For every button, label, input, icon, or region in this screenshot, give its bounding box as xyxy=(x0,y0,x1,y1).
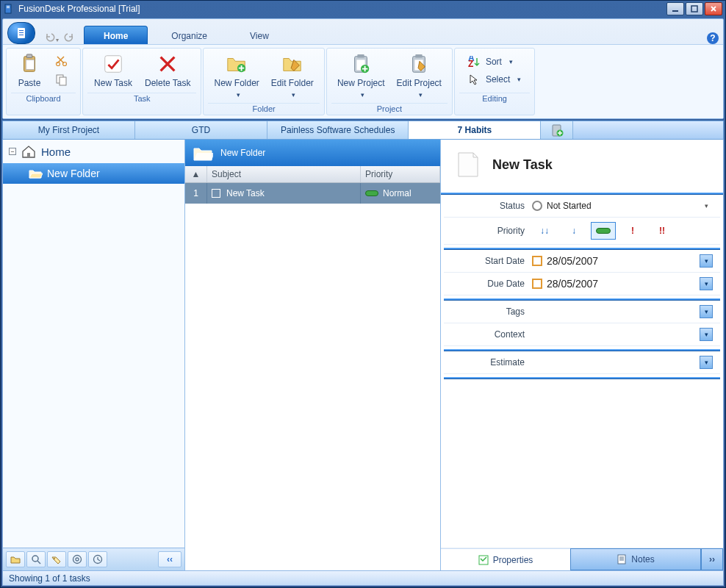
status-dropdown[interactable]: ▾ xyxy=(700,199,713,212)
page-icon xyxy=(453,150,482,179)
group-label: Task xyxy=(87,93,196,103)
svg-rect-7 xyxy=(19,32,24,33)
svg-point-30 xyxy=(32,556,38,562)
sort-label: Sort xyxy=(486,57,502,67)
svg-point-32 xyxy=(73,556,82,564)
column-subject[interactable]: Subject xyxy=(207,166,361,182)
status-value: Not Started xyxy=(547,201,592,211)
list-header: New Folder xyxy=(185,140,440,166)
svg-rect-8 xyxy=(19,35,24,35)
priority-label: Priority xyxy=(451,226,525,236)
grid-sort-indicator[interactable]: ▲ xyxy=(185,166,207,182)
ribbon: ▾ Home Organize View ? Paste xyxy=(2,18,724,119)
detail-expand-button[interactable]: ›› xyxy=(701,548,723,570)
context-dropdown[interactable]: ▾ xyxy=(700,328,713,341)
add-project-tab-button[interactable] xyxy=(541,121,573,139)
svg-rect-11 xyxy=(26,60,34,69)
task-detail-pane: New Task Status Not Started ▾ Priority ↓… xyxy=(441,140,723,570)
list-title: New Folder xyxy=(220,148,265,158)
tree-tool-clock[interactable] xyxy=(88,551,107,567)
cursor-icon xyxy=(468,74,481,85)
svg-rect-15 xyxy=(60,77,66,85)
document-icon xyxy=(15,26,28,40)
edit-project-button[interactable]: Edit Project ▾ xyxy=(391,50,448,101)
cut-button[interactable] xyxy=(52,53,71,69)
paste-button[interactable]: Paste xyxy=(11,50,48,91)
tree-item-home[interactable]: − Home xyxy=(3,140,184,163)
tree-tool-context[interactable] xyxy=(68,551,87,567)
tree-collapse-button[interactable]: ‹‹ xyxy=(158,551,182,567)
project-tab-7habits[interactable]: 7 Habits xyxy=(409,121,541,139)
priority-high-button[interactable]: ! xyxy=(620,222,645,240)
ribbon-group-editing: AZ Sort ▾ Select ▾ Editing xyxy=(454,48,535,115)
tab-organize[interactable]: Organize xyxy=(152,26,226,44)
redo-button[interactable] xyxy=(63,32,75,44)
column-priority[interactable]: Priority xyxy=(361,166,440,182)
properties-tab[interactable]: Properties xyxy=(441,548,570,570)
row-checkbox[interactable] xyxy=(212,189,220,198)
close-button[interactable] xyxy=(705,2,722,15)
folder-open-icon xyxy=(193,144,213,162)
notes-tab[interactable]: Notes xyxy=(570,548,701,570)
start-date-label: Start Date xyxy=(451,256,525,266)
due-date-value: 28/05/2007 xyxy=(547,278,598,290)
field-estimate: Estimate ▾ xyxy=(444,351,720,374)
sort-button[interactable]: AZ Sort ▾ xyxy=(465,54,524,69)
window-title: FusionDesk Professional [Trial] xyxy=(18,4,140,14)
due-date-dropdown[interactable]: ▾ xyxy=(700,277,713,290)
tree-tool-tag[interactable] xyxy=(47,551,66,567)
detail-title: New Task xyxy=(492,157,553,173)
new-task-button[interactable]: New Task xyxy=(87,50,139,91)
properties-label: Properties xyxy=(493,555,533,565)
tree-tool-search[interactable] xyxy=(26,551,46,567)
copy-icon xyxy=(55,74,68,87)
maximize-button[interactable] xyxy=(686,2,703,15)
new-project-button[interactable]: New Project ▾ xyxy=(331,50,391,101)
priority-normal-chip xyxy=(365,190,378,196)
new-folder-button[interactable]: New Folder ▾ xyxy=(208,50,265,101)
field-priority: Priority ↓↓ ↓ ! !! xyxy=(444,218,720,245)
estimate-dropdown[interactable]: ▾ xyxy=(700,356,713,369)
edit-folder-button[interactable]: Edit Folder ▾ xyxy=(265,50,320,101)
task-row[interactable]: 1 New Task Normal xyxy=(185,183,440,204)
tree-label: New Folder xyxy=(47,168,100,179)
sort-az-icon: AZ xyxy=(468,56,481,68)
tree-tool-folder[interactable] xyxy=(6,551,25,567)
folder-open-icon xyxy=(28,168,43,179)
field-tags: Tags ▾ xyxy=(444,301,720,323)
ribbon-group-task: New Task Delete Task Task xyxy=(82,48,201,115)
app-orb-button[interactable] xyxy=(7,22,35,44)
tree-label: Home xyxy=(41,146,71,158)
project-tabstrip: My First Project GTD Painless Software S… xyxy=(2,121,724,140)
svg-point-13 xyxy=(63,62,67,66)
checkmark-icon xyxy=(102,53,124,75)
priority-lowest-button[interactable]: ↓↓ xyxy=(532,222,557,240)
scissors-icon xyxy=(55,54,68,68)
svg-rect-10 xyxy=(26,54,32,58)
tree-toolbar: ‹‹ xyxy=(3,548,184,570)
tab-view[interactable]: View xyxy=(231,26,288,44)
select-button[interactable]: Select ▾ xyxy=(465,72,524,87)
priority-highest-button[interactable]: !! xyxy=(650,222,675,240)
collapse-icon[interactable]: − xyxy=(9,148,16,155)
row-index: 1 xyxy=(185,183,207,204)
project-tab-painless[interactable]: Painless Software Schedules xyxy=(267,121,409,139)
tags-dropdown[interactable]: ▾ xyxy=(700,305,713,318)
help-button[interactable]: ? xyxy=(707,32,719,44)
project-tab-gtd[interactable]: GTD xyxy=(135,121,267,139)
copy-button[interactable] xyxy=(52,72,71,88)
tab-home[interactable]: Home xyxy=(84,26,148,44)
folder-icon xyxy=(10,554,21,564)
priority-normal-button[interactable] xyxy=(591,222,616,240)
start-date-dropdown[interactable]: ▾ xyxy=(700,254,713,268)
folder-add-icon xyxy=(226,53,248,75)
minimize-button[interactable] xyxy=(666,2,684,15)
undo-button[interactable]: ▾ xyxy=(44,32,59,44)
row-subject: New Task xyxy=(226,188,265,198)
svg-rect-6 xyxy=(19,30,24,31)
group-label: Folder xyxy=(208,103,319,113)
delete-task-button[interactable]: Delete Task xyxy=(139,50,196,91)
tree-item-new-folder[interactable]: New Folder xyxy=(3,163,184,184)
priority-low-button[interactable]: ↓ xyxy=(561,222,586,240)
project-tab-my-first[interactable]: My First Project xyxy=(3,121,135,139)
